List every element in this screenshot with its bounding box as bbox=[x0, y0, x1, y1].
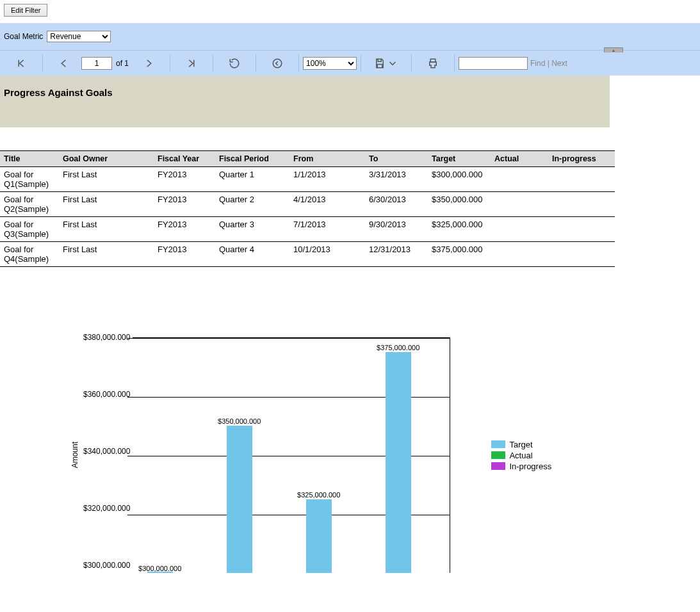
cell-fp: Quarter 3 bbox=[215, 217, 289, 242]
goals-table: Title Goal Owner Fiscal Year Fiscal Peri… bbox=[0, 150, 615, 267]
cell-to: 12/31/2013 bbox=[365, 242, 428, 267]
legend-label: Target bbox=[509, 440, 532, 449]
chart-bar-label: $325,000.000 bbox=[297, 491, 340, 499]
page-number-input[interactable] bbox=[81, 57, 112, 70]
cell-owner: First Last bbox=[59, 217, 154, 242]
legend-item: Target bbox=[491, 440, 551, 449]
cell-fy: FY2013 bbox=[154, 242, 215, 267]
chart-bar bbox=[306, 499, 332, 573]
y-tick-label: $380,000.000 bbox=[83, 334, 130, 341]
save-icon[interactable] bbox=[374, 55, 398, 72]
col-header-owner: Goal Owner bbox=[59, 151, 154, 167]
cell-from: 1/1/2013 bbox=[289, 167, 365, 192]
back-icon[interactable] bbox=[269, 55, 286, 72]
chart-legend: TargetActualIn-progress bbox=[491, 439, 551, 472]
cell-to: 3/31/2013 bbox=[365, 167, 428, 192]
col-header-from: From bbox=[289, 151, 365, 167]
prev-page-icon[interactable] bbox=[56, 55, 72, 72]
chart-bar bbox=[227, 426, 252, 573]
y-tick-label: $300,000.000 bbox=[83, 561, 130, 569]
chart-y-ticks: $380,000.000$360,000.000$340,000.000$320… bbox=[83, 337, 133, 573]
cell-from: 10/1/2013 bbox=[289, 242, 365, 267]
refresh-icon[interactable] bbox=[226, 55, 243, 72]
find-next-link[interactable]: Find | Next bbox=[530, 59, 567, 68]
col-header-actual: Actual bbox=[491, 151, 548, 167]
cell-title: Goal for Q3(Sample) bbox=[0, 217, 59, 242]
cell-target: $375,000.000 bbox=[428, 242, 491, 267]
cell-title: Goal for Q1(Sample) bbox=[0, 167, 59, 192]
table-row: Goal for Q3(Sample)First LastFY2013Quart… bbox=[0, 217, 615, 242]
cell-title: Goal for Q2(Sample) bbox=[0, 192, 59, 217]
chart-plot-area: $300,000.000$350,000.000$325,000.000$375… bbox=[133, 337, 450, 573]
table-row: Goal for Q2(Sample)First LastFY2013Quart… bbox=[0, 192, 615, 217]
edit-filter-button[interactable]: Edit Filter bbox=[4, 4, 47, 17]
col-header-fy: Fiscal Year bbox=[154, 151, 215, 167]
cell-fy: FY2013 bbox=[154, 192, 215, 217]
cell-title: Goal for Q4(Sample) bbox=[0, 242, 59, 267]
chart-bar-label: $375,000.000 bbox=[377, 344, 419, 351]
cell-from: 7/1/2013 bbox=[289, 217, 365, 242]
cell-actual bbox=[491, 192, 548, 217]
print-icon[interactable] bbox=[425, 55, 441, 72]
cell-inprog bbox=[548, 192, 615, 217]
legend-swatch-icon bbox=[491, 440, 505, 448]
page-total-label: of 1 bbox=[116, 59, 129, 68]
table-row: Goal for Q4(Sample)First LastFY2013Quart… bbox=[0, 242, 615, 267]
cell-actual bbox=[491, 217, 548, 242]
cell-owner: First Last bbox=[59, 192, 154, 217]
cell-target: $325,000.000 bbox=[428, 217, 491, 242]
cell-actual bbox=[491, 167, 548, 192]
chart-bar-label: $300,000.000 bbox=[138, 565, 181, 572]
next-page-icon[interactable] bbox=[140, 55, 157, 72]
chart-bar bbox=[386, 352, 411, 573]
chart-bar-label: $350,000.000 bbox=[218, 417, 261, 425]
cell-to: 9/30/2013 bbox=[365, 217, 428, 242]
col-header-fp: Fiscal Period bbox=[215, 151, 289, 167]
table-row: Goal for Q1(Sample)First LastFY2013Quart… bbox=[0, 167, 615, 192]
parameter-bar: Goal Metric Revenue ▲ bbox=[0, 23, 700, 50]
col-header-target: Target bbox=[428, 151, 491, 167]
table-header-row: Title Goal Owner Fiscal Year Fiscal Peri… bbox=[0, 151, 615, 167]
cell-fp: Quarter 4 bbox=[215, 242, 289, 267]
cell-fp: Quarter 1 bbox=[215, 167, 289, 192]
legend-swatch-icon bbox=[491, 451, 505, 459]
report-toolbar: of 1 100% Find | Next bbox=[0, 50, 700, 76]
cell-actual bbox=[491, 242, 548, 267]
cell-fp: Quarter 2 bbox=[215, 192, 289, 217]
last-page-icon[interactable] bbox=[183, 55, 200, 72]
find-input[interactable] bbox=[459, 57, 528, 70]
cell-to: 6/30/2013 bbox=[365, 192, 428, 217]
legend-label: Actual bbox=[509, 451, 532, 460]
cell-inprog bbox=[548, 217, 615, 242]
y-tick-label: $320,000.000 bbox=[83, 504, 130, 512]
cell-inprog bbox=[548, 167, 615, 192]
legend-label: In-progress bbox=[509, 462, 551, 471]
zoom-select[interactable]: 100% bbox=[303, 57, 357, 70]
legend-item: In-progress bbox=[491, 462, 551, 471]
cell-fy: FY2013 bbox=[154, 167, 215, 192]
svg-point-0 bbox=[273, 59, 282, 68]
cell-fy: FY2013 bbox=[154, 217, 215, 242]
collapse-grip-icon[interactable]: ▲ bbox=[604, 47, 623, 52]
report-title: Progress Against Goals bbox=[0, 76, 610, 127]
goal-metric-label: Goal Metric bbox=[4, 32, 43, 41]
first-page-icon[interactable] bbox=[13, 55, 29, 72]
col-header-inprog: In-progress bbox=[548, 151, 615, 167]
legend-item: Actual bbox=[491, 451, 551, 460]
cell-target: $300,000.000 bbox=[428, 167, 491, 192]
col-header-to: To bbox=[365, 151, 428, 167]
cell-from: 4/1/2013 bbox=[289, 192, 365, 217]
chart-y-axis-label: Amount bbox=[70, 442, 79, 468]
cell-owner: First Last bbox=[59, 242, 154, 267]
goal-metric-select[interactable]: Revenue bbox=[47, 31, 111, 42]
gridline bbox=[130, 338, 450, 339]
legend-swatch-icon bbox=[491, 462, 505, 470]
y-tick-label: $340,000.000 bbox=[83, 447, 130, 455]
cell-owner: First Last bbox=[59, 167, 154, 192]
y-tick-label: $360,000.000 bbox=[83, 391, 130, 398]
col-header-title: Title bbox=[0, 151, 59, 167]
cell-target: $350,000.000 bbox=[428, 192, 491, 217]
cell-inprog bbox=[548, 242, 615, 267]
